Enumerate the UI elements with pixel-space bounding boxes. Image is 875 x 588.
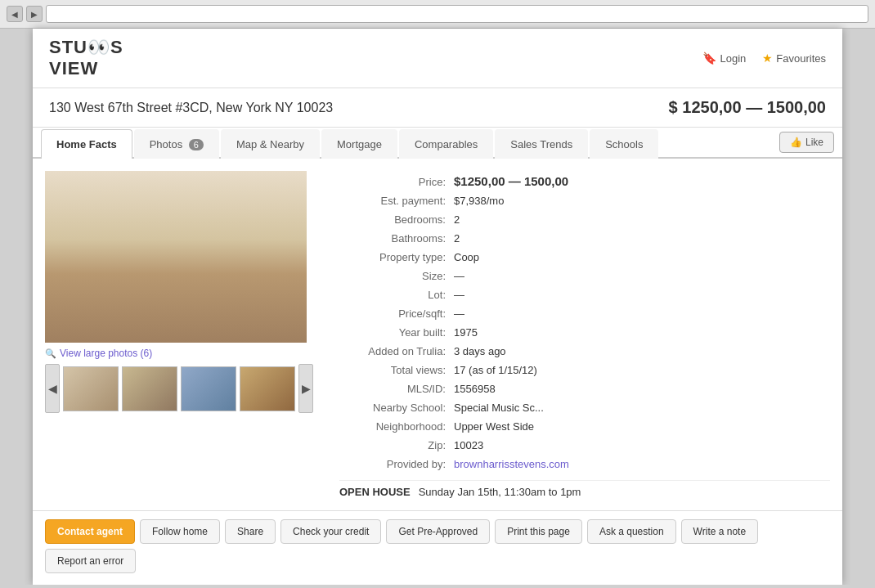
provided-by-label: Provided by: (339, 455, 454, 474)
open-house-row: OPEN HOUSE Sunday Jan 15th, 11:30am to 1… (339, 480, 830, 498)
bedrooms-value: 2 (454, 210, 830, 229)
tab-map-nearby-label: Map & Nearby (236, 138, 304, 150)
mls-id-value: 1556958 (454, 379, 830, 398)
tab-home-facts[interactable]: Home Facts (41, 129, 132, 159)
provided-by-link[interactable]: brownharrisstevens.com (454, 455, 830, 474)
back-button[interactable]: ◀ (7, 6, 23, 22)
tab-photos-label: Photos (150, 138, 182, 150)
thumbnail-4[interactable] (240, 366, 295, 411)
detail-row-nearby-school: Nearby School: Special Music Sc... (339, 398, 830, 417)
price-value: $1250,00 — 1500,00 (454, 171, 830, 191)
like-button[interactable]: 👍 Like (779, 132, 834, 153)
share-button[interactable]: Share (225, 519, 276, 544)
login-label: Login (720, 52, 746, 65)
favourites-link[interactable]: ★ Favourites (762, 52, 826, 65)
tab-comparables-label: Comparables (415, 138, 478, 150)
detail-row-year-built: Year built: 1975 (339, 323, 830, 342)
tab-home-facts-label: Home Facts (56, 138, 117, 150)
lot-value: — (454, 285, 830, 304)
print-page-button[interactable]: Print this page (495, 519, 582, 544)
details-section: Price: $1250,00 — 1500,00 Est. payment: … (339, 171, 830, 498)
property-address: 130 West 67th Street #3CD, New York NY 1… (49, 101, 333, 115)
year-built-value: 1975 (454, 323, 830, 342)
tab-photos[interactable]: Photos 6 (134, 129, 219, 159)
detail-row-lot: Lot: — (339, 285, 830, 304)
zip-value: 10023 (454, 436, 830, 455)
follow-home-button[interactable]: Follow home (140, 519, 220, 544)
lot-label: Lot: (339, 285, 454, 304)
mls-id-label: MLS/ID: (339, 379, 454, 398)
get-pre-approved-button[interactable]: Get Pre-Approved (386, 519, 490, 544)
tab-sales-trends[interactable]: Sales Trends (495, 129, 588, 159)
detail-row-bathrooms: Bathrooms: 2 (339, 229, 830, 248)
thumbnail-2[interactable] (122, 366, 177, 411)
tab-map-nearby[interactable]: Map & Nearby (221, 129, 320, 159)
browser-chrome: ◀ ▶ (0, 0, 875, 29)
report-error-button[interactable]: Report an error (45, 549, 136, 573)
contact-agent-button[interactable]: Contact agent (45, 519, 135, 544)
photo-section: 🔍 View large photos (6) ◀ ▶ (45, 171, 323, 498)
site-header: STU👀SVIEW 🔖 Login ★ Favourites (33, 29, 842, 88)
main-photo (45, 171, 307, 343)
magnify-icon: 🔍 (45, 348, 56, 359)
favourites-label: Favourites (776, 52, 826, 65)
price-sqft-value: — (454, 304, 830, 323)
main-content: 🔍 View large photos (6) ◀ ▶ Price: $125 (33, 159, 842, 510)
thumb-next-button[interactable]: ▶ (298, 364, 313, 413)
price-sqft-label: Price/sqft: (339, 304, 454, 323)
bedrooms-label: Bedrooms: (339, 210, 454, 229)
site-logo: STU👀SVIEW (49, 37, 123, 79)
price-label: Price: (339, 171, 454, 191)
thumbnail-1[interactable] (63, 366, 119, 411)
forward-button[interactable]: ▶ (26, 6, 43, 22)
detail-row-neighborhood: Neighborhood: Upper West Side (339, 417, 830, 436)
write-note-button[interactable]: Write a note (681, 519, 758, 544)
size-label: Size: (339, 267, 454, 285)
thumbs-up-icon: 👍 (790, 137, 802, 148)
property-price: $ 1250,00 — 1500,00 (669, 98, 826, 117)
bookmark-icon: 🔖 (702, 52, 716, 65)
detail-row-total-views: Total views: 17 (as of 1/15/12) (339, 361, 830, 379)
action-bar: Contact agent Follow home Share Check yo… (33, 510, 842, 581)
open-house-label: OPEN HOUSE (339, 486, 411, 498)
nearby-school-label: Nearby School: (339, 398, 454, 417)
nearby-school-value: Special Music Sc... (454, 398, 830, 417)
header-actions: 🔖 Login ★ Favourites (702, 52, 826, 65)
logo-highlight: 👀 (88, 37, 110, 57)
check-credit-button[interactable]: Check your credit (280, 519, 381, 544)
detail-row-bedrooms: Bedrooms: 2 (339, 210, 830, 229)
property-bar: 130 West 67th Street #3CD, New York NY 1… (33, 88, 842, 128)
tab-mortgage[interactable]: Mortgage (321, 129, 397, 159)
detail-row-property-type: Property type: Coop (339, 248, 830, 267)
year-built-label: Year built: (339, 323, 454, 342)
est-payment-value: $7,938/mo (454, 191, 830, 210)
tab-schools[interactable]: Schools (590, 129, 658, 159)
tab-comparables[interactable]: Comparables (399, 129, 493, 159)
ask-question-button[interactable]: Ask a question (587, 519, 676, 544)
thumbnail-3[interactable] (181, 366, 236, 411)
kitchen-image (45, 171, 307, 343)
view-large-label: View large photos (6) (60, 348, 152, 359)
tabs-container: Home Facts Photos 6 Map & Nearby Mortgag… (33, 128, 842, 159)
star-icon: ★ (762, 52, 773, 65)
detail-row-est-payment: Est. payment: $7,938/mo (339, 191, 830, 210)
detail-row-price: Price: $1250,00 — 1500,00 (339, 171, 830, 191)
view-large-photos[interactable]: 🔍 View large photos (6) (45, 348, 323, 359)
neighborhood-label: Neighborhood: (339, 417, 454, 436)
total-views-value: 17 (as of 1/15/12) (454, 361, 830, 379)
total-views-label: Total views: (339, 361, 454, 379)
photos-badge: 6 (189, 139, 204, 150)
bathrooms-value: 2 (454, 229, 830, 248)
login-link[interactable]: 🔖 Login (702, 52, 746, 65)
detail-row-price-sqft: Price/sqft: — (339, 304, 830, 323)
detail-row-zip: Zip: 10023 (339, 436, 830, 455)
detail-row-size: Size: — (339, 267, 830, 285)
thumb-prev-button[interactable]: ◀ (45, 364, 60, 413)
property-type-value: Coop (454, 248, 830, 267)
tab-sales-trends-label: Sales Trends (510, 138, 572, 150)
details-grid: Price: $1250,00 — 1500,00 Est. payment: … (339, 171, 830, 474)
open-house-value: Sunday Jan 15th, 11:30am to 1pm (419, 486, 581, 498)
neighborhood-value: Upper West Side (454, 417, 830, 436)
added-on-value: 3 days ago (454, 342, 830, 361)
address-bar[interactable] (46, 5, 868, 23)
